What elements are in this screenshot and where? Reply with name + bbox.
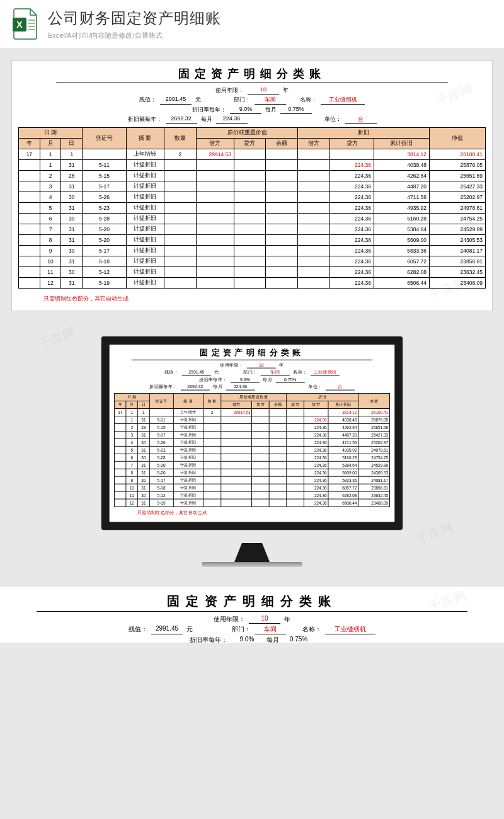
sheet-preview-large: 千库网 千库网 固定资产明细分类账 使用年限： 10 年 残值： 2991.45… bbox=[11, 60, 493, 311]
table-row: 9305-17计提折旧224.365833.3624081.17 bbox=[19, 246, 486, 256]
table-row: 9305-17计提折旧224.365833.3624081.17 bbox=[115, 476, 390, 484]
th-orig: 原价或重置价值 bbox=[196, 128, 297, 139]
meta-unit: 元 bbox=[195, 96, 201, 105]
table-row: 1711上年结转229914.533814.1226100.41 bbox=[19, 149, 486, 160]
watermark: 千库网 bbox=[36, 324, 77, 353]
monitor-mockup: 千库网 千库网 固定资产明细分类账 使用年限：10年 残值：2991.45元 部… bbox=[88, 336, 416, 567]
th-debit: 借方 bbox=[196, 139, 234, 149]
svg-text:X: X bbox=[16, 20, 23, 30]
table-row: 4305-26计提折旧224.364711.5625202.97 bbox=[19, 192, 486, 203]
th-dep: 折旧 bbox=[298, 128, 430, 139]
th-acc-dep: 累计折旧 bbox=[374, 139, 429, 149]
meta-label: 折旧额每年： bbox=[128, 115, 162, 124]
meta-amt-m: 224.36 bbox=[216, 115, 248, 124]
meta-label: 名称： bbox=[300, 96, 317, 105]
meta-residual: 2991.45 bbox=[160, 96, 192, 105]
table-row: 6305-28计提折旧224.365160.2824754.25 bbox=[19, 214, 486, 224]
watermark: 千库网 bbox=[414, 519, 455, 548]
meta-label: 单位： bbox=[324, 115, 341, 124]
table-row: 7315-20计提折旧224.365384.6424529.89 bbox=[115, 461, 390, 469]
sheet-title: 固定资产明细分类账 bbox=[56, 66, 448, 83]
sheet-note: 只需填制红色部分，其它自动生成 bbox=[114, 510, 390, 516]
ledger-table: 日 期 凭证号 摘 要 数量 原价或重置价值 折旧 净值 年 月 日 借方 贷方… bbox=[18, 127, 486, 289]
table-row: 11305-12计提折旧224.366282.0823632.45 bbox=[19, 267, 486, 278]
banner-title: 公司财务固定资产明细账 bbox=[48, 8, 493, 28]
table-row: 12315-19计提折旧224.366506.4423408.09 bbox=[115, 499, 390, 507]
sheet-title: 固定资产明细分类账 bbox=[132, 348, 373, 360]
sheet-meta: 使用年限： 10 年 残值： 2991.45 元 部门： 车间 名称： 工业缝纫… bbox=[18, 86, 486, 125]
table-row: 7315-20计提折旧224.365384.6424529.89 bbox=[19, 224, 486, 235]
meta-rate-m: 0.75% bbox=[280, 106, 312, 114]
table-row: 1315-11计提折旧224.364038.4825876.05 bbox=[115, 416, 390, 424]
meta-label: 部门： bbox=[234, 96, 251, 105]
sheet-preview-bottom: 千库网 固定资产明细分类账 使用年限：10年 残值：2991.45元 部门：车间… bbox=[0, 586, 504, 643]
excel-icon: X bbox=[11, 8, 39, 40]
table-row: 8315-20计提折旧224.365609.0024305.53 bbox=[115, 469, 390, 476]
th-credit: 贷方 bbox=[234, 139, 265, 149]
table-row: 2285-15计提折旧224.364262.8425651.69 bbox=[19, 171, 486, 181]
th-qty: 数量 bbox=[164, 128, 196, 149]
th-dep-debit: 借方 bbox=[298, 139, 330, 149]
table-row: 5315-23计提折旧224.364935.9224978.61 bbox=[19, 203, 486, 214]
th-net: 净值 bbox=[429, 128, 485, 149]
table-row: 8315-20计提折旧224.365609.0024305.53 bbox=[19, 235, 486, 246]
meta-rate-y: 9.0% bbox=[230, 106, 261, 114]
meta-use-years: 10 bbox=[248, 86, 279, 94]
monitor-stand bbox=[227, 543, 277, 562]
th-summary: 摘 要 bbox=[126, 128, 164, 149]
sheet-note: 只需填制红色部分，其它自动生成 bbox=[18, 295, 486, 303]
th-month: 月 bbox=[40, 139, 61, 149]
th-voucher: 凭证号 bbox=[83, 128, 127, 149]
th-day: 日 bbox=[61, 139, 83, 149]
meta-dept: 车间 bbox=[255, 96, 286, 105]
table-row: 11305-12计提折旧224.366282.0823632.45 bbox=[115, 491, 390, 499]
table-row: 6305-28计提折旧224.365160.2824754.25 bbox=[115, 454, 390, 461]
header-banner: X 公司财务固定资产明细账 Excel/A4打印/内容随意修改/自带格式 bbox=[0, 0, 504, 48]
meta-unit: 年 bbox=[283, 86, 289, 94]
table-row: 12315-19计提折旧224.366506.4423408.09 bbox=[19, 278, 486, 289]
th-balance: 余额 bbox=[265, 139, 297, 149]
th-date: 日 期 bbox=[19, 128, 83, 139]
sheet-title: 固定资产明细分类账 bbox=[37, 593, 467, 612]
th-year: 年 bbox=[19, 139, 40, 149]
table-row: 5315-23计提折旧224.364935.9224978.61 bbox=[115, 446, 390, 454]
table-row: 10315-18计提折旧224.366057.7223856.81 bbox=[115, 484, 390, 491]
th-dep-credit: 贷方 bbox=[330, 139, 374, 149]
meta-name: 工业缝纫机 bbox=[321, 96, 365, 105]
meta-label: 使用年限： bbox=[215, 86, 244, 94]
table-row: 3315-17计提折旧224.364487.2025427.33 bbox=[115, 431, 390, 438]
table-row: 4305-26计提折旧224.364711.5625202.97 bbox=[115, 438, 390, 446]
meta-amt-y: 2692.32 bbox=[166, 115, 197, 124]
ledger-table-small: 日 期 凭证号 摘 要 数量 原价或重置价值 折旧 净值 年月日 借方贷方余额 … bbox=[114, 393, 390, 507]
banner-subtitle: Excel/A4打印/内容随意修改/自带格式 bbox=[48, 31, 493, 40]
meta-unit-val: 台 bbox=[345, 115, 377, 124]
table-row: 10315-18计提折旧224.366057.7223856.81 bbox=[19, 256, 486, 267]
table-row: 2285-15计提折旧224.364262.8425651.69 bbox=[115, 423, 390, 431]
monitor-screen: 固定资产明细分类账 使用年限：10年 残值：2991.45元 部门：车间 名称：… bbox=[101, 336, 403, 530]
monitor-base bbox=[202, 562, 302, 567]
sheet-meta: 使用年限：10年 残值：2991.45元 部门：车间 名称：工业缝纫机 折旧率每… bbox=[114, 362, 390, 391]
table-row: 3315-17计提折旧224.364487.2025427.33 bbox=[19, 181, 486, 192]
meta-label: 残值： bbox=[139, 96, 156, 105]
meta-label: 折旧率每年： bbox=[192, 106, 226, 114]
meta-label: 每月 bbox=[201, 115, 212, 124]
meta-label: 每月 bbox=[265, 106, 277, 114]
table-row: 1711上年结转229914.533814.1226100.41 bbox=[115, 409, 390, 416]
table-row: 1315-11计提折旧224.364038.4825876.05 bbox=[19, 160, 486, 171]
